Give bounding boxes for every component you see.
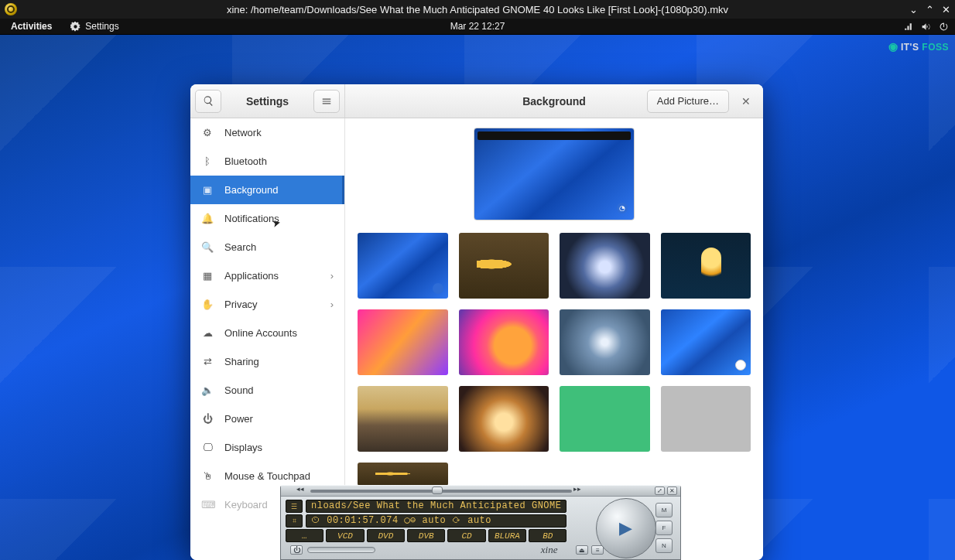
power-icon (939, 22, 949, 32)
sidebar-item-label: Keyboard (224, 499, 268, 510)
network-icon (903, 22, 913, 32)
chevron-right-icon: › (330, 299, 334, 310)
seek-thumb[interactable] (432, 487, 443, 494)
sidebar-item-icon: 🔔 (201, 213, 214, 224)
xine-eject-button[interactable]: ⏏ (576, 545, 588, 555)
headerbar-right-title: Background (522, 95, 586, 108)
sidebar-item-label: Background (224, 184, 278, 196)
lcd-time-text: ⏲ 00:01:57.074 ◯⊖ auto ⟳ auto (306, 514, 566, 528)
wallpaper-thumb[interactable] (560, 386, 650, 452)
clock-badge-icon: ◔ (617, 203, 628, 213)
sidebar-item-label: Power (224, 413, 253, 425)
wallpaper-thumb[interactable] (459, 233, 549, 299)
sidebar-item-search[interactable]: 🔍Search (190, 233, 344, 261)
current-background-preview[interactable]: ◔ (474, 128, 635, 220)
sidebar-item-network[interactable]: ⚙Network (190, 118, 344, 147)
sidebar-item-icon: ☁ (201, 327, 214, 339)
background-grid (358, 233, 751, 452)
hamburger-icon (321, 96, 332, 107)
sidebar-item-bluetooth[interactable]: ᛒBluetooth (190, 147, 344, 176)
wallpaper-thumb[interactable] (661, 386, 751, 452)
xine-source-row: …VCDDVDDVBCDBLURABD (286, 529, 566, 542)
wallpaper-thumb[interactable] (560, 309, 650, 375)
sidebar-item-label: Search (224, 241, 256, 253)
gear-icon (70, 22, 80, 32)
sidebar-item-displays[interactable]: 🖵Displays (190, 433, 344, 462)
xine-source-bd[interactable]: BD (529, 529, 566, 542)
search-icon (203, 95, 214, 107)
panel-clock[interactable]: Mar 22 12:27 (450, 21, 505, 32)
sidebar-item-icon: ⏻ (201, 413, 214, 425)
play-icon: ▶ (619, 518, 632, 538)
sidebar-item-label: Notifications (224, 213, 279, 224)
xine-mute-button[interactable]: M (655, 503, 673, 517)
sidebar-item-icon: 🖱 (201, 470, 214, 482)
wallpaper-thumb[interactable] (661, 309, 751, 375)
wallpaper-thumb[interactable] (358, 309, 448, 375)
sidebar-item-icon: ⚙ (201, 127, 214, 138)
sidebar-item-notifications[interactable]: 🔔Notifications (190, 204, 344, 233)
sidebar-item-icon: 🔈 (201, 384, 214, 396)
xine-next-button[interactable]: N (655, 538, 673, 553)
sidebar-item-icon: 🔍 (201, 241, 214, 253)
xine-iconify-button[interactable]: ⤢ (655, 487, 665, 495)
sidebar-item-label: Sound (224, 384, 254, 396)
gnome-panel: Activities Settings Mar 22 12:27 (0, 19, 955, 35)
xine-transport-controls: ⏏ ≡ ▶ M F N (571, 497, 680, 559)
sidebar-item-label: Applications (224, 270, 279, 282)
xine-seek-bar[interactable]: ⤢ ✕ (281, 486, 680, 497)
sidebar-item-sharing[interactable]: ⇄Sharing (190, 347, 344, 376)
sidebar-item-label: Bluetooth (224, 155, 267, 167)
headerbar-right: Background Add Picture… ✕ (345, 84, 763, 118)
xine-source-dvb[interactable]: DVB (407, 529, 445, 542)
xine-fullscreen-button[interactable]: F (655, 521, 673, 535)
sidebar-item-power[interactable]: ⏻Power (190, 405, 344, 433)
xine-status-slot (307, 547, 375, 553)
activities-button[interactable]: Activities (6, 19, 56, 33)
xine-source-vcd[interactable]: VCD (326, 529, 364, 542)
host-close-button[interactable]: ✕ (942, 4, 950, 15)
host-window-title: xine: /home/team/Downloads/See What the … (227, 4, 728, 15)
panel-app-label: Settings (85, 21, 118, 32)
wallpaper-thumb[interactable] (358, 233, 448, 299)
wallpaper-thumb[interactable] (560, 233, 650, 299)
sidebar-item-icon: ᛒ (201, 155, 214, 167)
hamburger-button[interactable] (313, 90, 340, 113)
sidebar-item-background[interactable]: ▣Background (190, 176, 344, 204)
xine-close-button[interactable]: ✕ (667, 487, 677, 495)
chevron-right-icon: › (330, 270, 334, 282)
sidebar-item-privacy[interactable]: ✋Privacy› (190, 290, 344, 319)
xine-power-button[interactable]: ⏻ (290, 545, 303, 555)
wallpaper-thumb[interactable] (459, 386, 549, 452)
sidebar-item-applications[interactable]: ▦Applications› (190, 261, 344, 290)
panel-app-menu[interactable]: Settings (70, 21, 118, 32)
wallpaper-thumb[interactable] (358, 386, 448, 452)
wallpaper-thumb[interactable] (661, 233, 751, 299)
lcd-title-icon: ☰ (286, 500, 303, 513)
sidebar-item-sound[interactable]: 🔈Sound (190, 376, 344, 405)
wallpaper-thumb[interactable] (459, 309, 549, 375)
sidebar-item-icon: ✋ (201, 299, 214, 310)
add-picture-button[interactable]: Add Picture… (647, 90, 729, 113)
xine-play-dial[interactable]: ▶ (596, 498, 656, 558)
panel-tray[interactable] (903, 22, 949, 32)
volume-icon (921, 22, 931, 32)
sidebar-item-icon: ▣ (201, 184, 214, 196)
window-close-button[interactable]: ✕ (735, 90, 757, 112)
headerbar-left-title: Settings (246, 95, 289, 108)
search-button[interactable] (195, 90, 221, 113)
sidebar-item-online-accounts[interactable]: ☁Online Accounts (190, 319, 344, 347)
xine-source-…[interactable]: … (286, 529, 323, 542)
host-titlebar: xine: /home/team/Downloads/See What the … (0, 0, 955, 19)
host-maximize-button[interactable]: ⌃ (926, 4, 934, 15)
xine-source-blura[interactable]: BLURA (488, 529, 526, 542)
xine-controller[interactable]: ⤢ ✕ ☰ nloads/See What the Much Anticipat… (280, 485, 681, 560)
xine-logo: xine (541, 544, 563, 556)
xine-source-cd[interactable]: CD (447, 529, 485, 542)
sidebar-item-icon: ▦ (201, 270, 214, 282)
headerbar-left: Settings (190, 84, 345, 118)
xine-source-dvd[interactable]: DVD (367, 529, 405, 542)
sidebar-item-label: Network (224, 127, 262, 138)
host-minimize-button[interactable]: ⌄ (909, 4, 918, 15)
wallpaper-thumb[interactable] (358, 463, 448, 486)
